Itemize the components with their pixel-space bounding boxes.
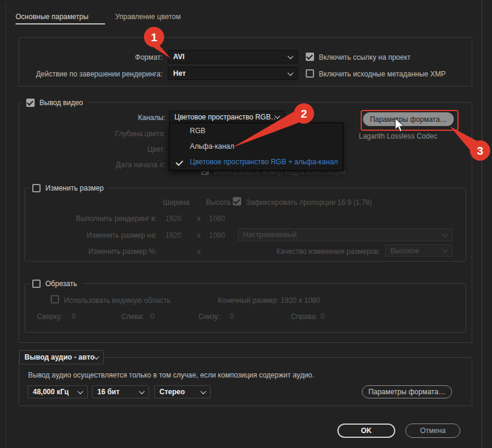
audio-format-options-button[interactable]: Параметры формата… xyxy=(362,385,452,398)
include-project-link-checkbox[interactable] xyxy=(306,53,314,61)
x-separator: x xyxy=(197,247,201,256)
render-height-value: 1080 xyxy=(209,214,225,223)
crop-bottom-value: 0 xyxy=(230,312,234,321)
window-left-edge xyxy=(5,4,6,448)
include-project-link-label: Включить ссылку на проект xyxy=(319,53,411,62)
color-label: Цвет: xyxy=(22,145,165,154)
chevron-down-icon xyxy=(288,70,294,76)
color-depth-label: Глубина цвета: xyxy=(22,130,165,138)
audio-info-text: Вывод аудио осуществляется только в том … xyxy=(28,371,314,379)
svg-text:2: 2 xyxy=(301,108,308,120)
svg-text:1: 1 xyxy=(151,31,158,44)
window-right-edge xyxy=(481,0,482,448)
height-header: Высота xyxy=(206,198,230,207)
chevron-down-icon xyxy=(94,354,100,360)
crop-label: Обрезать xyxy=(45,280,77,288)
channels-label: Каналы: xyxy=(22,113,165,122)
crop-right-value: 0 xyxy=(321,312,325,321)
crop-right-label: Справа: xyxy=(291,312,318,321)
svg-text:3: 3 xyxy=(477,145,484,157)
crop-bottom-label: Снизу: xyxy=(198,312,220,321)
use-roi-checkbox xyxy=(51,295,59,303)
chevron-down-icon xyxy=(201,388,207,394)
video-format-options-button[interactable]: Параметры формата… xyxy=(363,112,454,126)
include-xmp-label: Включить исходные метаданные XMP xyxy=(319,70,446,78)
crop-group: Обрезать xyxy=(24,283,466,333)
resize-height-value: 1080 xyxy=(209,231,225,240)
crop-checkbox[interactable] xyxy=(32,280,41,288)
render-at-label: Выполнить рендеринг в: xyxy=(26,214,157,223)
mouse-cursor xyxy=(395,118,405,133)
audio-output-mode-dropdown[interactable]: Вывод аудио - автоматически xyxy=(19,350,104,364)
x-separator: x xyxy=(197,231,201,240)
annotation-step-2: 2 xyxy=(224,102,316,152)
lock-aspect-checkbox xyxy=(233,197,241,205)
resize-preset-dropdown: Настраиваемый xyxy=(238,228,453,241)
active-tab-underline xyxy=(16,23,105,24)
check-icon xyxy=(27,99,33,106)
resize-quality-label: Качество изменения размеров: xyxy=(261,247,380,256)
format-dropdown[interactable]: AVI xyxy=(168,50,298,63)
menu-item-rgb-plus-alpha[interactable]: Цветовое пространство RGB + альфа-канал xyxy=(170,154,343,170)
chevron-down-icon xyxy=(442,247,448,253)
crop-left-label: Слева: xyxy=(121,312,144,321)
audio-output-group xyxy=(19,357,472,406)
width-header: Ширина xyxy=(163,198,189,207)
resize-quality-dropdown: Высокое xyxy=(385,244,453,257)
post-render-action-label: Действие по завершении рендеринга: xyxy=(19,70,162,78)
x-separator: x xyxy=(197,214,201,223)
annotation-step-1: 1 xyxy=(140,25,176,62)
crop-left-value: 0 xyxy=(150,312,155,321)
render-width-value: 1920 xyxy=(165,214,182,223)
output-module-settings-dialog: { "tabs": { "main": "Основные параметры"… xyxy=(0,0,492,448)
final-size-text: Конечный размер: 1920 x 1080 xyxy=(218,296,320,305)
cancel-button[interactable]: Отмена xyxy=(405,424,460,438)
tab-basic-settings[interactable]: Основные параметры xyxy=(16,13,88,21)
check-icon xyxy=(233,198,240,204)
sample-rate-dropdown[interactable]: 48,000 кГц xyxy=(27,385,88,398)
crop-top-value: 0 xyxy=(72,312,76,321)
post-render-action-dropdown[interactable]: Нет xyxy=(168,67,298,80)
tab-color-management[interactable]: Управление цветом xyxy=(115,13,181,21)
resize-pct-label: Изменить размер %: xyxy=(26,247,157,256)
resize-checkbox[interactable] xyxy=(32,184,41,192)
chevron-down-icon xyxy=(139,388,145,394)
check-icon xyxy=(176,158,183,166)
ok-button[interactable]: OK xyxy=(337,424,395,438)
chevron-down-icon xyxy=(78,388,84,394)
resize-to-label: Изменить размер на: xyxy=(26,231,157,240)
use-roi-label: Использовать видимую область xyxy=(64,296,171,305)
lock-aspect-label: Зафиксировать пропорции 16:9 (1,78) xyxy=(246,198,372,207)
chevron-down-icon xyxy=(442,231,448,237)
annotation-step-3: 3 xyxy=(445,121,492,163)
bit-depth-dropdown[interactable]: 16 бит xyxy=(92,385,149,398)
crop-top-label: Сверху: xyxy=(37,312,63,321)
codec-name: Lagarith Lossless Codec xyxy=(359,132,437,140)
chevron-down-icon xyxy=(288,53,294,59)
video-output-checkbox[interactable] xyxy=(26,99,35,107)
video-output-label: Вывод видео xyxy=(39,99,83,107)
check-icon xyxy=(306,53,313,60)
resize-label: Изменить размер xyxy=(45,184,104,192)
audio-channels-dropdown[interactable]: Стерео xyxy=(154,385,211,398)
start-date-label: Дата начала #: xyxy=(22,161,165,169)
include-xmp-checkbox[interactable] xyxy=(306,69,314,78)
resize-width-value: 1920 xyxy=(165,231,182,240)
